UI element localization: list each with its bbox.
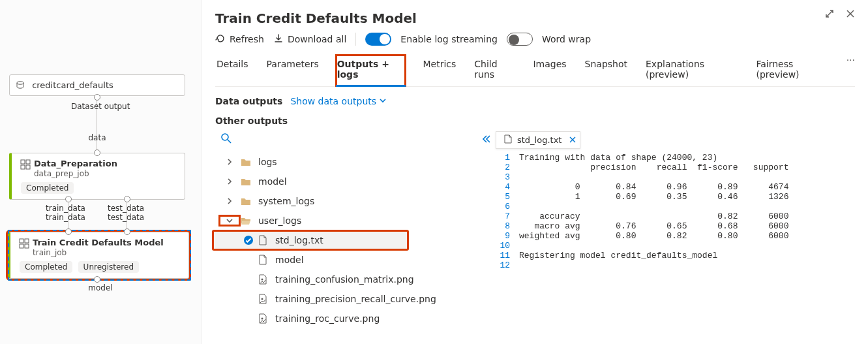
file-pr-curve[interactable]: training_precision_recall_curve.png bbox=[215, 289, 476, 309]
folder-model[interactable]: model bbox=[215, 172, 476, 191]
node-prep-subtitle: data_prep_job bbox=[34, 169, 178, 178]
code-line: 10 bbox=[496, 241, 855, 251]
log-streaming-label: Enable log streaming bbox=[400, 34, 498, 44]
tab-outputs-logs[interactable]: Outputs + logs bbox=[336, 55, 406, 86]
show-data-outputs-text: Show data outputs bbox=[290, 96, 376, 106]
chevron-down-icon[interactable] bbox=[220, 217, 239, 225]
port[interactable] bbox=[65, 228, 72, 235]
tab-explanations[interactable]: Explanations (preview) bbox=[644, 55, 739, 86]
chevron-right-icon bbox=[220, 197, 239, 205]
node-train-title: Train Credit Defaults Model bbox=[33, 238, 182, 247]
tab-metrics[interactable]: Metrics bbox=[421, 55, 457, 86]
tab-child-runs[interactable]: Child runs bbox=[473, 55, 516, 86]
folder-logs[interactable]: logs bbox=[215, 152, 476, 172]
collapse-tree-button[interactable] bbox=[476, 131, 496, 328]
line-number: 8 bbox=[496, 221, 519, 231]
folder-system-logs[interactable]: system_logs bbox=[215, 191, 476, 211]
folder-name: user_logs bbox=[253, 215, 301, 226]
node-train-model[interactable]: Train Credit Defaults Model train_job Co… bbox=[8, 232, 189, 279]
node-dataset[interactable]: creditcard_defaults bbox=[9, 74, 185, 96]
svg-rect-4 bbox=[26, 165, 30, 169]
line-content: precision recall f1-score support bbox=[519, 163, 855, 172]
refresh-icon bbox=[215, 33, 226, 46]
viewer-tab-std-log[interactable]: std_log.txt bbox=[496, 131, 580, 149]
file-viewer: std_log.txt 1Training with data of shape… bbox=[496, 131, 855, 328]
chevron-down-icon bbox=[379, 96, 387, 106]
line-number: 10 bbox=[496, 241, 519, 251]
refresh-label: Refresh bbox=[230, 34, 264, 44]
folder-name: model bbox=[253, 176, 287, 187]
chevron-right-icon bbox=[220, 178, 239, 185]
line-number: 3 bbox=[496, 172, 519, 182]
folder-icon bbox=[239, 177, 253, 186]
port[interactable] bbox=[94, 149, 100, 156]
tab-bar: Details Parameters Outputs + logs Metric… bbox=[215, 55, 855, 87]
registered-badge: Unregistered bbox=[78, 261, 139, 273]
code-viewer[interactable]: 1Training with data of shape (24000, 23)… bbox=[496, 153, 855, 270]
refresh-button[interactable]: Refresh bbox=[215, 33, 264, 46]
search-button[interactable] bbox=[215, 131, 237, 152]
code-line: 8 macro avg 0.76 0.65 0.68 6000 bbox=[496, 221, 855, 231]
close-tab-icon[interactable] bbox=[569, 135, 576, 145]
show-data-outputs-link[interactable]: Show data outputs bbox=[290, 96, 387, 106]
tab-fairness[interactable]: Fairness (preview) bbox=[755, 55, 830, 86]
file-icon bbox=[256, 255, 270, 265]
image-file-icon bbox=[256, 274, 270, 285]
file-std-log[interactable]: std_log.txt bbox=[213, 230, 408, 250]
line-number: 2 bbox=[496, 163, 519, 172]
line-content bbox=[519, 202, 855, 211]
file-name: model bbox=[270, 255, 304, 265]
file-model[interactable]: model bbox=[215, 250, 476, 270]
code-line: 4 0 0.84 0.96 0.89 4674 bbox=[496, 182, 855, 192]
more-tabs-button[interactable]: ··· bbox=[846, 55, 855, 86]
word-wrap-toggle[interactable] bbox=[507, 33, 533, 46]
file-confusion-matrix[interactable]: training_confusion_matrix.png bbox=[215, 270, 476, 289]
node-data-preparation[interactable]: Data_Preparation data_prep_job Completed bbox=[9, 153, 185, 200]
port[interactable] bbox=[94, 94, 100, 101]
download-icon bbox=[273, 33, 284, 46]
node-dataset-name: creditcard_defaults bbox=[32, 80, 113, 90]
file-roc-curve[interactable]: training_roc_curve.png bbox=[215, 309, 476, 328]
svg-rect-6 bbox=[25, 239, 29, 243]
svg-rect-1 bbox=[21, 160, 25, 164]
check-icon bbox=[241, 235, 256, 245]
port[interactable] bbox=[94, 276, 100, 283]
svg-rect-7 bbox=[20, 244, 23, 248]
tab-snapshot[interactable]: Snapshot bbox=[584, 55, 629, 86]
download-all-button[interactable]: Download all bbox=[273, 33, 346, 46]
svg-rect-2 bbox=[26, 160, 30, 164]
file-icon bbox=[256, 235, 270, 245]
viewer-tab-label: std_log.txt bbox=[517, 135, 561, 145]
tab-parameters[interactable]: Parameters bbox=[265, 55, 320, 86]
node-prep-title: Data_Preparation bbox=[34, 159, 178, 168]
code-line: 11Registering model credit_defaults_mode… bbox=[496, 251, 855, 260]
line-number: 6 bbox=[496, 202, 519, 211]
port[interactable] bbox=[124, 196, 130, 202]
line-number: 11 bbox=[496, 251, 519, 260]
file-name: training_confusion_matrix.png bbox=[270, 274, 414, 285]
tab-images[interactable]: Images bbox=[531, 55, 567, 86]
expand-icon[interactable] bbox=[825, 9, 834, 20]
svg-rect-5 bbox=[20, 239, 23, 243]
svg-point-0 bbox=[17, 82, 23, 84]
folder-user-logs[interactable]: user_logs bbox=[215, 211, 476, 230]
line-content: Training with data of shape (24000, 23) bbox=[519, 153, 855, 163]
component-icon bbox=[21, 160, 30, 168]
code-line: 9weighted avg 0.80 0.82 0.80 6000 bbox=[496, 231, 855, 241]
line-number: 12 bbox=[496, 260, 519, 270]
code-line: 3 bbox=[496, 172, 855, 182]
file-name: std_log.txt bbox=[270, 235, 323, 245]
log-streaming-toggle[interactable] bbox=[365, 33, 391, 46]
image-file-icon bbox=[256, 294, 270, 304]
close-icon[interactable] bbox=[846, 9, 855, 20]
port[interactable] bbox=[65, 196, 72, 202]
file-name: training_roc_curve.png bbox=[270, 313, 380, 324]
tab-details[interactable]: Details bbox=[215, 55, 250, 86]
code-line: 12 bbox=[496, 260, 855, 270]
port[interactable] bbox=[124, 228, 130, 235]
line-content: 1 0.69 0.35 0.46 1326 bbox=[519, 192, 855, 202]
component-icon bbox=[20, 239, 29, 247]
pipeline-canvas[interactable]: creditcard_defaults Dataset output data … bbox=[0, 0, 202, 344]
edge-label-train-data: train_data train_data bbox=[46, 204, 85, 222]
page-title: Train Credit Defaults Model bbox=[215, 9, 855, 26]
